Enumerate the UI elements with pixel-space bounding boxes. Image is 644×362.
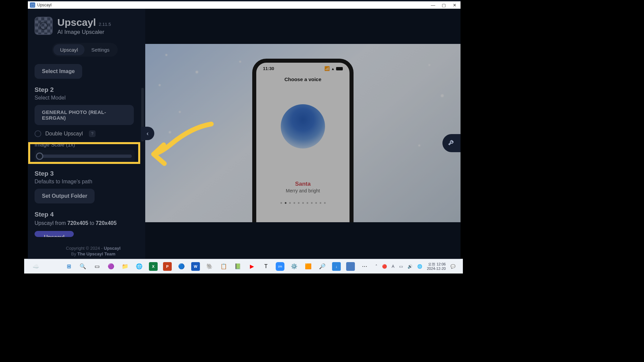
weather-icon[interactable]: ☁️: [32, 262, 40, 271]
signal-icon: 📶: [324, 66, 330, 71]
app-version: 2.11.5: [99, 22, 111, 27]
tray-icon-1[interactable]: 🔴: [382, 264, 387, 269]
excel-icon[interactable]: X: [149, 262, 158, 271]
phone-clock: 11:30: [263, 66, 274, 71]
app-subtitle: AI Image Upscaler: [57, 29, 111, 36]
step3-subtitle: Defaults to Image's path: [35, 179, 145, 185]
close-button[interactable]: ✕: [452, 3, 457, 7]
word-icon[interactable]: W: [191, 262, 200, 271]
set-output-folder-button[interactable]: Set Output Folder: [35, 189, 95, 203]
double-upscayl-label: Double Upscayl: [45, 131, 83, 137]
wifi-icon: ▲: [331, 67, 335, 71]
resolution-info: Upscayl from 720x405 to 720x405: [35, 220, 145, 226]
app-icon-1[interactable]: 📗: [233, 262, 242, 271]
voice-avatar: [281, 104, 325, 148]
annotation-highlight: [28, 142, 140, 164]
app-icon-2[interactable]: 🟧: [304, 262, 313, 271]
voice-name: Santa: [261, 181, 345, 187]
tab-upscayl[interactable]: Upscayl: [53, 44, 85, 55]
phone-heading: Choose a voice: [261, 76, 345, 82]
explorer-icon[interactable]: 📁: [121, 262, 129, 271]
maximize-button[interactable]: ▢: [441, 3, 446, 7]
window-controls: ― ▢ ✕: [431, 1, 457, 9]
volume-icon[interactable]: 🔊: [408, 264, 413, 269]
evernote-icon[interactable]: 🐘: [205, 262, 214, 271]
step2-subtitle: Select Model: [35, 95, 145, 101]
upscayl-button[interactable]: Upscayl: [35, 231, 74, 237]
help-icon[interactable]: ?: [89, 130, 96, 137]
zoom-icon[interactable]: zm: [276, 262, 284, 271]
network-icon[interactable]: 🌐: [417, 264, 422, 269]
titlebar: ⬚ Upscayl: [28, 1, 461, 9]
everything-icon[interactable]: 🔎: [318, 262, 327, 271]
app-name: Upscayl: [57, 17, 96, 28]
search-icon[interactable]: 🔍: [78, 262, 87, 271]
double-upscayl-checkbox[interactable]: [35, 130, 41, 137]
select-image-button[interactable]: Select Image: [35, 64, 82, 79]
clock[interactable]: 오전 12:06 2024-12-20: [427, 262, 446, 270]
tray-icon-2[interactable]: ▭: [399, 264, 403, 269]
app-icon-3[interactable]: ↓: [332, 262, 341, 271]
tools-button[interactable]: [442, 134, 461, 152]
start-button[interactable]: ⊞: [64, 262, 73, 271]
notification-icon[interactable]: 💬: [450, 264, 455, 269]
model-select[interactable]: GENERAL PHOTO (REAL-ESRGAN): [35, 105, 134, 125]
minimize-button[interactable]: ―: [431, 3, 435, 7]
phone-mockup: 11:30 📶 ▲ Choose a voice Santa Merry and…: [252, 59, 354, 222]
app-icon-t[interactable]: T: [262, 262, 270, 271]
battery-icon: [336, 67, 343, 70]
app-logo: [35, 17, 53, 35]
edge-icon[interactable]: 🌐: [135, 262, 144, 271]
phone-status-icons: 📶 ▲: [324, 66, 343, 71]
task-view-icon[interactable]: ▭: [93, 262, 101, 271]
taskbar: ☁️ ⊞ 🔍 ▭ 🟣 📁 🌐 X P 🔵 W 🐘 📋 📗 ▶ T zm ⚙️ 🟧…: [24, 259, 463, 274]
app-icon: ⬚: [30, 2, 35, 8]
step2-title: Step 2: [35, 86, 145, 94]
overflow-icon[interactable]: ⋯: [360, 262, 369, 271]
sidebar: Upscayl 2.11.5 AI Image Upscaler Upscayl…: [28, 9, 145, 259]
annotation-arrow: [148, 121, 218, 176]
tray-chevron-icon[interactable]: ˄: [375, 264, 377, 269]
footer: Copyright © 2024 - Upscayl By The Upscay…: [35, 245, 152, 257]
window-title: Upscayl: [37, 3, 52, 7]
powerpoint-icon[interactable]: P: [163, 262, 172, 271]
upscayl-taskbar-icon[interactable]: [346, 262, 355, 271]
copilot-icon[interactable]: 🟣: [107, 262, 115, 271]
step4-title: Step 4: [35, 211, 145, 218]
chrome-icon[interactable]: 🔵: [177, 262, 186, 271]
wrench-icon: [448, 139, 455, 147]
tab-switcher: Upscayl Settings: [52, 43, 118, 57]
tab-settings[interactable]: Settings: [85, 44, 116, 55]
page-dots: [261, 202, 345, 204]
notepad-icon[interactable]: 📋: [219, 262, 228, 271]
ime-icon[interactable]: A: [392, 264, 394, 269]
voice-subtitle: Merry and bright: [261, 188, 345, 193]
youtube-icon[interactable]: ▶: [248, 262, 256, 271]
step3-title: Step 3: [35, 170, 145, 177]
settings-icon[interactable]: ⚙️: [290, 262, 299, 271]
